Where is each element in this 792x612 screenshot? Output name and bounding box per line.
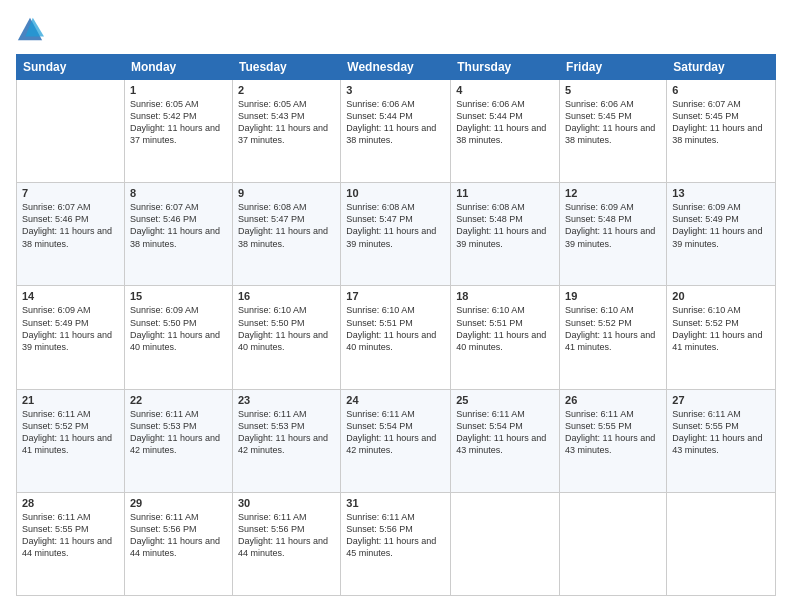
day-info: Sunrise: 6:06 AMSunset: 5:44 PMDaylight:… xyxy=(456,98,554,147)
day-number: 29 xyxy=(130,497,227,509)
day-number: 5 xyxy=(565,84,661,96)
day-info: Sunrise: 6:11 AMSunset: 5:53 PMDaylight:… xyxy=(238,408,335,457)
day-info: Sunrise: 6:10 AMSunset: 5:52 PMDaylight:… xyxy=(565,304,661,353)
day-number: 22 xyxy=(130,394,227,406)
day-info: Sunrise: 6:08 AMSunset: 5:47 PMDaylight:… xyxy=(346,201,445,250)
day-number: 15 xyxy=(130,290,227,302)
weekday-header-row: SundayMondayTuesdayWednesdayThursdayFrid… xyxy=(17,55,776,80)
day-number: 31 xyxy=(346,497,445,509)
day-info: Sunrise: 6:09 AMSunset: 5:50 PMDaylight:… xyxy=(130,304,227,353)
day-number: 14 xyxy=(22,290,119,302)
calendar-table: SundayMondayTuesdayWednesdayThursdayFrid… xyxy=(16,54,776,596)
day-info: Sunrise: 6:11 AMSunset: 5:56 PMDaylight:… xyxy=(130,511,227,560)
calendar-cell: 11Sunrise: 6:08 AMSunset: 5:48 PMDayligh… xyxy=(451,183,560,286)
day-info: Sunrise: 6:05 AMSunset: 5:42 PMDaylight:… xyxy=(130,98,227,147)
day-number: 11 xyxy=(456,187,554,199)
day-info: Sunrise: 6:10 AMSunset: 5:50 PMDaylight:… xyxy=(238,304,335,353)
weekday-header-sunday: Sunday xyxy=(17,55,125,80)
day-number: 1 xyxy=(130,84,227,96)
calendar-cell: 26Sunrise: 6:11 AMSunset: 5:55 PMDayligh… xyxy=(560,389,667,492)
calendar-cell: 17Sunrise: 6:10 AMSunset: 5:51 PMDayligh… xyxy=(341,286,451,389)
day-info: Sunrise: 6:11 AMSunset: 5:54 PMDaylight:… xyxy=(346,408,445,457)
day-info: Sunrise: 6:11 AMSunset: 5:56 PMDaylight:… xyxy=(346,511,445,560)
calendar-cell: 31Sunrise: 6:11 AMSunset: 5:56 PMDayligh… xyxy=(341,492,451,595)
calendar-week-row: 28Sunrise: 6:11 AMSunset: 5:55 PMDayligh… xyxy=(17,492,776,595)
day-info: Sunrise: 6:08 AMSunset: 5:48 PMDaylight:… xyxy=(456,201,554,250)
day-info: Sunrise: 6:07 AMSunset: 5:46 PMDaylight:… xyxy=(130,201,227,250)
day-number: 7 xyxy=(22,187,119,199)
calendar-cell xyxy=(17,80,125,183)
calendar-cell: 19Sunrise: 6:10 AMSunset: 5:52 PMDayligh… xyxy=(560,286,667,389)
calendar-cell: 4Sunrise: 6:06 AMSunset: 5:44 PMDaylight… xyxy=(451,80,560,183)
day-number: 19 xyxy=(565,290,661,302)
calendar-cell: 15Sunrise: 6:09 AMSunset: 5:50 PMDayligh… xyxy=(124,286,232,389)
logo-icon xyxy=(16,16,44,44)
calendar-week-row: 7Sunrise: 6:07 AMSunset: 5:46 PMDaylight… xyxy=(17,183,776,286)
calendar-cell: 14Sunrise: 6:09 AMSunset: 5:49 PMDayligh… xyxy=(17,286,125,389)
day-number: 6 xyxy=(672,84,770,96)
day-number: 18 xyxy=(456,290,554,302)
day-info: Sunrise: 6:08 AMSunset: 5:47 PMDaylight:… xyxy=(238,201,335,250)
calendar-cell: 6Sunrise: 6:07 AMSunset: 5:45 PMDaylight… xyxy=(667,80,776,183)
header xyxy=(16,16,776,44)
calendar-cell: 3Sunrise: 6:06 AMSunset: 5:44 PMDaylight… xyxy=(341,80,451,183)
weekday-header-monday: Monday xyxy=(124,55,232,80)
day-info: Sunrise: 6:11 AMSunset: 5:52 PMDaylight:… xyxy=(22,408,119,457)
day-info: Sunrise: 6:07 AMSunset: 5:45 PMDaylight:… xyxy=(672,98,770,147)
day-info: Sunrise: 6:07 AMSunset: 5:46 PMDaylight:… xyxy=(22,201,119,250)
day-number: 23 xyxy=(238,394,335,406)
calendar-week-row: 14Sunrise: 6:09 AMSunset: 5:49 PMDayligh… xyxy=(17,286,776,389)
calendar-cell: 24Sunrise: 6:11 AMSunset: 5:54 PMDayligh… xyxy=(341,389,451,492)
day-info: Sunrise: 6:11 AMSunset: 5:56 PMDaylight:… xyxy=(238,511,335,560)
day-info: Sunrise: 6:11 AMSunset: 5:55 PMDaylight:… xyxy=(22,511,119,560)
page: SundayMondayTuesdayWednesdayThursdayFrid… xyxy=(0,0,792,612)
day-info: Sunrise: 6:11 AMSunset: 5:53 PMDaylight:… xyxy=(130,408,227,457)
calendar-cell xyxy=(560,492,667,595)
day-number: 26 xyxy=(565,394,661,406)
calendar-cell: 12Sunrise: 6:09 AMSunset: 5:48 PMDayligh… xyxy=(560,183,667,286)
calendar-cell: 1Sunrise: 6:05 AMSunset: 5:42 PMDaylight… xyxy=(124,80,232,183)
calendar-cell: 16Sunrise: 6:10 AMSunset: 5:50 PMDayligh… xyxy=(232,286,340,389)
day-info: Sunrise: 6:09 AMSunset: 5:49 PMDaylight:… xyxy=(22,304,119,353)
calendar-week-row: 1Sunrise: 6:05 AMSunset: 5:42 PMDaylight… xyxy=(17,80,776,183)
calendar-cell: 20Sunrise: 6:10 AMSunset: 5:52 PMDayligh… xyxy=(667,286,776,389)
day-number: 28 xyxy=(22,497,119,509)
calendar-cell: 28Sunrise: 6:11 AMSunset: 5:55 PMDayligh… xyxy=(17,492,125,595)
day-info: Sunrise: 6:05 AMSunset: 5:43 PMDaylight:… xyxy=(238,98,335,147)
day-number: 30 xyxy=(238,497,335,509)
day-number: 24 xyxy=(346,394,445,406)
weekday-header-wednesday: Wednesday xyxy=(341,55,451,80)
calendar-cell: 18Sunrise: 6:10 AMSunset: 5:51 PMDayligh… xyxy=(451,286,560,389)
day-number: 13 xyxy=(672,187,770,199)
weekday-header-thursday: Thursday xyxy=(451,55,560,80)
day-info: Sunrise: 6:10 AMSunset: 5:51 PMDaylight:… xyxy=(346,304,445,353)
day-number: 25 xyxy=(456,394,554,406)
calendar-week-row: 21Sunrise: 6:11 AMSunset: 5:52 PMDayligh… xyxy=(17,389,776,492)
day-number: 21 xyxy=(22,394,119,406)
day-info: Sunrise: 6:06 AMSunset: 5:44 PMDaylight:… xyxy=(346,98,445,147)
day-number: 3 xyxy=(346,84,445,96)
day-info: Sunrise: 6:11 AMSunset: 5:54 PMDaylight:… xyxy=(456,408,554,457)
calendar-cell: 13Sunrise: 6:09 AMSunset: 5:49 PMDayligh… xyxy=(667,183,776,286)
weekday-header-saturday: Saturday xyxy=(667,55,776,80)
day-number: 17 xyxy=(346,290,445,302)
day-info: Sunrise: 6:10 AMSunset: 5:52 PMDaylight:… xyxy=(672,304,770,353)
calendar-cell: 2Sunrise: 6:05 AMSunset: 5:43 PMDaylight… xyxy=(232,80,340,183)
day-info: Sunrise: 6:11 AMSunset: 5:55 PMDaylight:… xyxy=(565,408,661,457)
weekday-header-tuesday: Tuesday xyxy=(232,55,340,80)
day-number: 27 xyxy=(672,394,770,406)
day-number: 4 xyxy=(456,84,554,96)
day-info: Sunrise: 6:09 AMSunset: 5:48 PMDaylight:… xyxy=(565,201,661,250)
calendar-cell: 9Sunrise: 6:08 AMSunset: 5:47 PMDaylight… xyxy=(232,183,340,286)
day-number: 10 xyxy=(346,187,445,199)
calendar-cell xyxy=(667,492,776,595)
calendar-cell: 25Sunrise: 6:11 AMSunset: 5:54 PMDayligh… xyxy=(451,389,560,492)
day-number: 8 xyxy=(130,187,227,199)
day-info: Sunrise: 6:09 AMSunset: 5:49 PMDaylight:… xyxy=(672,201,770,250)
calendar-cell: 10Sunrise: 6:08 AMSunset: 5:47 PMDayligh… xyxy=(341,183,451,286)
calendar-cell: 7Sunrise: 6:07 AMSunset: 5:46 PMDaylight… xyxy=(17,183,125,286)
calendar-cell: 5Sunrise: 6:06 AMSunset: 5:45 PMDaylight… xyxy=(560,80,667,183)
weekday-header-friday: Friday xyxy=(560,55,667,80)
calendar-cell: 29Sunrise: 6:11 AMSunset: 5:56 PMDayligh… xyxy=(124,492,232,595)
calendar-cell: 27Sunrise: 6:11 AMSunset: 5:55 PMDayligh… xyxy=(667,389,776,492)
